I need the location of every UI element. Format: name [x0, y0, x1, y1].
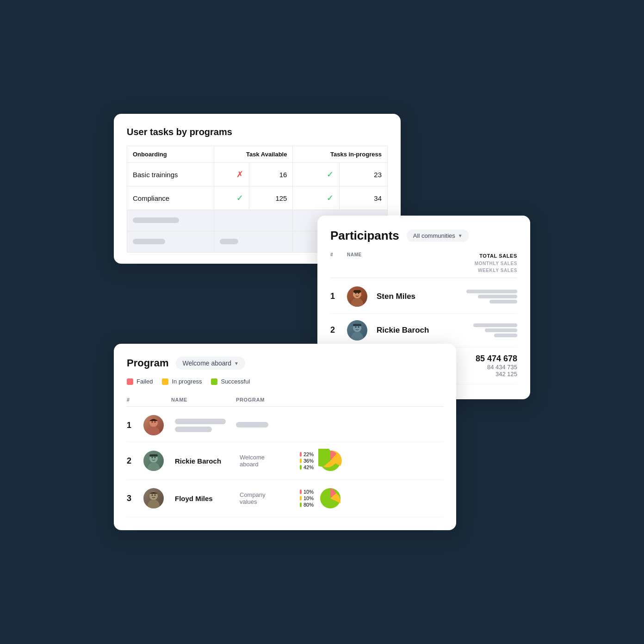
col-tasks-inprogress: Tasks in-progress: [293, 146, 388, 163]
blurred-cell: [127, 210, 214, 231]
pct-row: 10%: [300, 489, 314, 495]
svg-point-20: [148, 462, 160, 471]
participants-header: Participants All communities ▼: [330, 229, 517, 243]
svg-point-27: [152, 495, 153, 496]
col-onboarding: Onboarding: [127, 146, 214, 163]
sales-bot-label: WEEKLY SALES: [475, 267, 517, 274]
participants-title: Participants: [330, 229, 399, 243]
pct-bar: [300, 458, 302, 463]
avatar: [347, 320, 367, 341]
prog-num: 3: [127, 494, 143, 503]
p-name: Rickie Baroch: [373, 326, 473, 335]
pct-row: 10%: [300, 495, 314, 501]
sales-mid-label: MONTHLY SALES: [475, 260, 517, 267]
blurred-cell: [127, 231, 214, 253]
chevron-down-icon: ▼: [234, 361, 239, 366]
prog-program: Welcomeaboard: [236, 454, 296, 468]
col-name: NAME: [171, 397, 236, 402]
table-row: Basic trainings ✗ 16 ✓ 23: [127, 163, 388, 186]
participant-row-2: 2 Rickie Baroch: [330, 314, 517, 347]
row-name-compliance: Compliance: [127, 186, 214, 210]
pct-bar: [300, 452, 302, 457]
p-num: 1: [330, 291, 347, 301]
svg-point-28: [155, 495, 156, 496]
legend-successful-label: Successful: [221, 378, 250, 385]
avatar: [143, 415, 164, 435]
legend-dot-successful: [211, 378, 217, 385]
card-program: Program Welcome aboard ▼ Failed In progr…: [114, 344, 456, 530]
name-blurred: [171, 419, 236, 432]
pct-value: 10%: [303, 489, 314, 495]
pct-bar: [300, 489, 302, 494]
svg-point-18: [155, 421, 156, 423]
table-row: Compliance ✓ 125 ✓ 34: [127, 186, 388, 210]
svg-point-8: [355, 326, 357, 328]
basic-inprog-icon: ✓: [293, 163, 339, 186]
prog-percents: 10% 10% 80%: [300, 489, 314, 508]
svg-rect-5: [353, 290, 361, 293]
legend-dot-failed: [127, 378, 133, 385]
program-filter[interactable]: Welcome aboard ▼: [176, 357, 245, 370]
program-title: Program: [127, 357, 168, 369]
prog-name: Rickie Baroch: [171, 457, 236, 465]
monthly-sales: 84 434 735: [476, 364, 517, 371]
svg-point-21: [152, 457, 153, 458]
sales-bars: [473, 323, 517, 337]
row-name-basic: Basic trainings: [127, 163, 214, 186]
legend: Failed In progress Successful: [127, 378, 443, 385]
svg-point-1: [351, 298, 363, 307]
pct-row: 22%: [300, 452, 314, 457]
legend-failed: Failed: [127, 378, 153, 385]
blurred-cell: [214, 231, 293, 253]
legend-successful: Successful: [211, 378, 250, 385]
basic-avail-icon: ✗: [214, 163, 249, 186]
basic-inprog-num: 23: [339, 163, 387, 186]
svg-point-7: [351, 332, 363, 341]
program-row-2: 2 Rickie Baroch Welcomeaboard 22%: [127, 442, 443, 480]
svg-rect-10: [353, 324, 361, 326]
col-avatar-spacer: [143, 397, 171, 402]
program-row-1: 1: [127, 409, 443, 442]
prog-num: 2: [127, 456, 143, 466]
pie-chart: [318, 449, 342, 473]
col-hash: #: [330, 252, 347, 274]
program-filter-label: Welcome aboard: [182, 359, 231, 367]
pct-value: 22%: [303, 452, 314, 457]
svg-point-17: [152, 421, 153, 423]
legend-failed-label: Failed: [136, 378, 153, 385]
avatar: [143, 451, 164, 471]
basic-avail-num: 16: [249, 163, 293, 186]
legend-inprogress: In progress: [162, 378, 202, 385]
communities-filter[interactable]: All communities ▼: [407, 229, 469, 242]
pct-value: 10%: [303, 495, 314, 501]
legend-dot-inprogress: [162, 378, 168, 385]
prog-num: 1: [127, 421, 143, 430]
compliance-avail-icon: ✓: [214, 186, 249, 210]
col-sales: TOTAL SALES MONTHLY SALES WEEKLY SALES: [475, 252, 517, 274]
blurred-cell: [214, 210, 293, 231]
avatar: [143, 488, 164, 508]
svg-point-16: [148, 427, 160, 435]
pct-value: 36%: [303, 458, 314, 464]
participants-col-headers: # NAME TOTAL SALES MONTHLY SALES WEEKLY …: [330, 252, 517, 278]
pct-row: 36%: [300, 458, 314, 464]
sales-top-label: TOTAL SALES: [475, 252, 517, 260]
compliance-inprog-num: 34: [339, 186, 387, 210]
total-sales: 85 474 678: [476, 354, 517, 364]
participant-row-1: 1 Sten Miles: [330, 280, 517, 314]
p-sales-big: 85 474 678 84 434 735 342 125: [476, 354, 517, 378]
program-blurred: [236, 421, 296, 429]
pct-bar: [300, 502, 302, 507]
prog-name: Floyd Miles: [171, 495, 236, 502]
prog-percents: 22% 36% 42%: [300, 452, 314, 470]
chevron-down-icon: ▼: [458, 233, 463, 238]
col-task-available: Task Available: [214, 146, 293, 163]
p-name: Sten Miles: [373, 292, 466, 301]
program-col-headers: # NAME PROGRAM: [127, 393, 443, 407]
svg-rect-23: [149, 454, 158, 457]
compliance-avail-num: 125: [249, 186, 293, 210]
user-tasks-title: User tasks by programs: [127, 127, 388, 137]
col-chart: [296, 397, 443, 402]
p-num: 2: [330, 325, 347, 335]
pct-row: 80%: [300, 502, 314, 508]
